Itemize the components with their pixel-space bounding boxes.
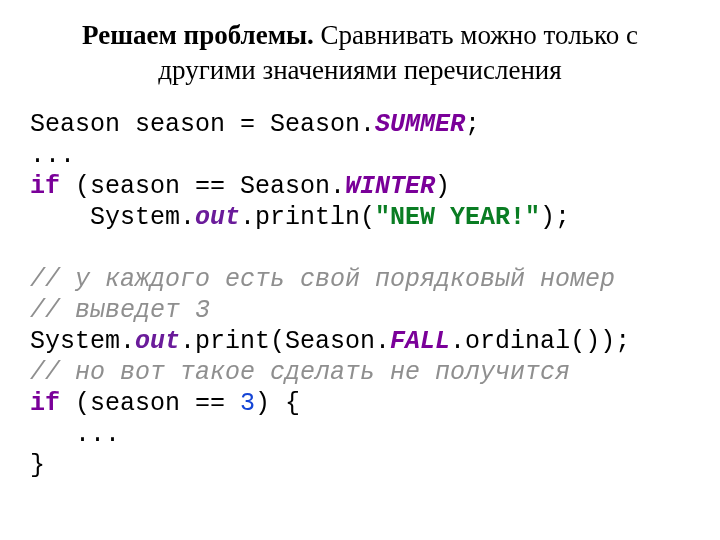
code-text: ) (435, 172, 450, 201)
code-text: (season == Season. (60, 172, 345, 201)
string-literal: "NEW YEAR!" (375, 203, 540, 232)
code-text: (season == (60, 389, 240, 418)
code-text: ; (465, 110, 480, 139)
keyword-if: if (30, 389, 60, 418)
slide-title: Решаем проблемы. Сравнивать можно только… (30, 18, 690, 87)
code-text: ... (30, 141, 75, 170)
code-text: .print(Season. (180, 327, 390, 356)
field-out: out (195, 203, 240, 232)
number-literal: 3 (240, 389, 255, 418)
code-text: } (30, 451, 45, 480)
title-bold: Решаем проблемы. (82, 20, 314, 50)
comment: // выведет 3 (30, 296, 210, 325)
code-text: .ordinal()); (450, 327, 630, 356)
enum-summer: SUMMER (375, 110, 465, 139)
code-text: ) { (255, 389, 300, 418)
field-out: out (135, 327, 180, 356)
code-text: System. (30, 203, 195, 232)
comment: // у каждого есть свой порядковый номер (30, 265, 615, 294)
code-text: System. (30, 327, 135, 356)
code-text: ); (540, 203, 570, 232)
code-text: Season season = Season. (30, 110, 375, 139)
comment: // но вот такое сделать не получится (30, 358, 570, 387)
code-text: .println( (240, 203, 375, 232)
slide: Решаем проблемы. Сравнивать можно только… (0, 0, 720, 540)
enum-fall: FALL (390, 327, 450, 356)
code-block: Season season = Season.SUMMER; ... if (s… (30, 109, 690, 481)
enum-winter: WINTER (345, 172, 435, 201)
keyword-if: if (30, 172, 60, 201)
code-text: ... (30, 420, 120, 449)
